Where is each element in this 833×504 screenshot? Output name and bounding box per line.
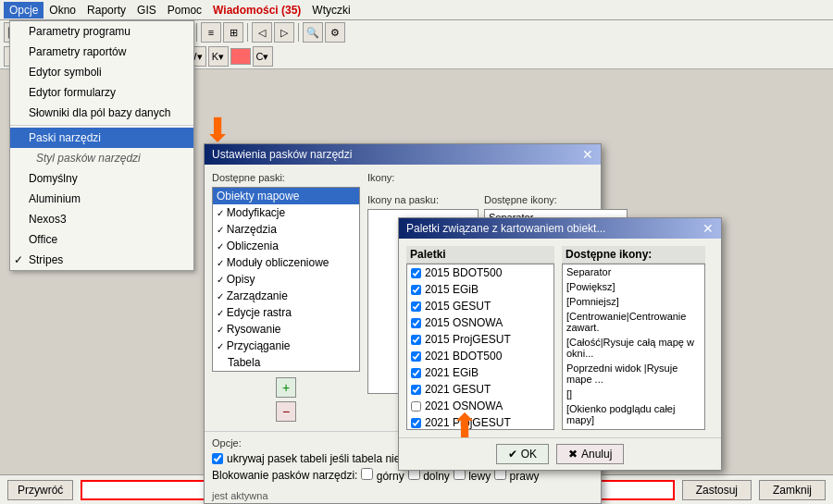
dropdown-parametry-programu[interactable]: Parametry programu xyxy=(10,21,193,42)
palette-col-header: Paletki xyxy=(406,246,554,264)
tb-table[interactable]: ⊞ xyxy=(223,22,243,43)
close-btn[interactable]: Zamknij xyxy=(759,480,826,500)
dropdown-domyslny[interactable]: Domyślny xyxy=(10,168,193,189)
dostepne-paski-panel: Dostępne paski: Obiekty mapowe Modyfikac… xyxy=(212,172,360,424)
toolbar-item-7[interactable]: Edycje rastra xyxy=(213,304,359,321)
palette-item-3[interactable]: 2015 OSNOWA xyxy=(407,314,553,331)
pal-avail-5[interactable]: Poprzedni widok |Rysuje mape ... xyxy=(563,361,704,387)
toolbar-item-4[interactable]: Moduły obliczeniowe xyxy=(213,254,359,271)
main-dialog-close[interactable]: ✕ xyxy=(582,147,593,162)
hide-table-checkbox[interactable] xyxy=(212,453,223,464)
tb-sep-3 xyxy=(196,23,197,42)
menubar: Opcje Okno Raporty GIS Pomoc Wiadomości … xyxy=(0,0,833,20)
tb-settings[interactable]: ⚙ xyxy=(325,22,345,43)
toolbar-item-5[interactable]: Opisy xyxy=(213,271,359,288)
pal-avail-2[interactable]: [Pomniejsz] xyxy=(563,294,704,309)
restore-btn[interactable]: Przywróć xyxy=(7,480,73,500)
blocking-label: Blokowanie pasków narzędzi: xyxy=(212,469,357,482)
cancel-x: ✖ xyxy=(568,448,578,461)
palette-footer: ✔ OK ✖ Anuluj xyxy=(399,437,721,470)
dostepne-ikony-label: Dostępne ikony: xyxy=(484,194,628,205)
pal-avail-4[interactable]: [Całość|Rysuje całą mapę w okni... xyxy=(563,335,704,361)
palette-list[interactable]: 2015 BDOT500 2015 EGiB 2015 GESUT 2015 O… xyxy=(406,264,554,430)
palette-ok-btn[interactable]: ✔ OK xyxy=(496,444,549,464)
dropdown-edytor-symboli[interactable]: Edytor symboli xyxy=(10,62,193,82)
palette-inner: Paletki 2015 BDOT500 2015 EGiB 2015 GESU… xyxy=(399,239,721,437)
palette-cancel-btn[interactable]: ✖ Anuluj xyxy=(556,444,624,464)
dropdown-aluminium[interactable]: Aluminium xyxy=(10,189,193,209)
palette-item-7[interactable]: 2021 GESUT xyxy=(407,381,553,398)
tb-sep-4 xyxy=(247,23,248,42)
toolbar-item-2[interactable]: Narzędzia xyxy=(213,221,359,238)
palette-dialog-close[interactable]: ✕ xyxy=(702,221,714,236)
toolbar-item-6[interactable]: Zarządzanie xyxy=(213,288,359,304)
menu-gis[interactable]: GIS xyxy=(131,2,162,18)
main-dialog-title: Ustawienia pasków narzędzi ✕ xyxy=(205,144,601,165)
palette-col-label: Paletki xyxy=(410,248,446,261)
palette-item-1[interactable]: 2015 EGiB xyxy=(407,281,553,298)
hide-table-label: ukrywaj pasek tabeli jeśli tabela nie je xyxy=(227,452,412,465)
palette-item-4[interactable]: 2015 ProjGESUT xyxy=(407,331,553,348)
palette-item-0[interactable]: 2015 BDOT500 xyxy=(407,264,553,281)
dropdown-edytor-formularzy[interactable]: Edytor formularzy xyxy=(10,82,193,103)
tb-arrow-r[interactable]: ▷ xyxy=(274,22,294,43)
avail-icons-header-text: Dostępne ikony: xyxy=(566,248,652,261)
palette-item-6[interactable]: 2021 EGiB xyxy=(407,364,553,381)
pal-avail-3[interactable]: [Centrowanie|Centrowanie zawart. xyxy=(563,309,704,335)
pal-avail-8[interactable]: [Maska przestrzenial] xyxy=(563,427,704,430)
dropdown-opcje: Parametry programu Parametry raportów Ed… xyxy=(9,20,194,271)
pal-avail-7[interactable]: [Okienko podglądu całej mapy] xyxy=(563,401,704,427)
toolbar-item-1[interactable]: Modyfikacje xyxy=(213,204,359,221)
menu-okno[interactable]: Okno xyxy=(44,2,81,18)
apply-btn[interactable]: Zastosuj xyxy=(682,480,752,500)
dropdown-nexos3[interactable]: Nexos3 xyxy=(10,209,193,229)
palette-item-8[interactable]: 2021 OSNOWA xyxy=(407,398,553,414)
toolbar-item-3[interactable]: Obliczenia xyxy=(213,238,359,254)
menu-opcje[interactable]: Opcje xyxy=(4,2,44,18)
dropdown-slowniki[interactable]: Słowniki dla pól bazy danych xyxy=(10,103,193,123)
toolbar-item-0[interactable]: Obiekty mapowe xyxy=(213,188,359,204)
toolbar-item-8[interactable]: Rysowanie xyxy=(213,321,359,338)
tb2-5[interactable]: C▾ xyxy=(253,46,273,67)
tb2-color[interactable] xyxy=(230,48,251,65)
tb-sep-5 xyxy=(298,23,299,42)
tb2-4[interactable]: K▾ xyxy=(208,46,229,67)
toolbar-item-10[interactable]: Tabela xyxy=(213,354,359,371)
palette-item-2[interactable]: 2015 GESUT xyxy=(407,298,553,314)
menu-wiadomosci[interactable]: Wiadomości (35) xyxy=(207,2,306,18)
palette-title-text: Paletki związane z kartowaniem obiekt... xyxy=(406,222,605,235)
menu-pomoc[interactable]: Pomoc xyxy=(162,2,207,18)
ok-label: OK xyxy=(521,448,537,461)
remove-toolbar-btn[interactable]: − xyxy=(276,401,296,422)
palette-item-5[interactable]: 2021 BDOT500 xyxy=(407,348,553,364)
tb-arrow-l[interactable]: ◁ xyxy=(252,22,272,43)
add-toolbar-btn[interactable]: + xyxy=(276,377,296,398)
dropdown-paski-narzedzi[interactable]: Paski narzędzi xyxy=(10,128,193,148)
dropdown-stripes[interactable]: Stripes xyxy=(10,250,193,270)
dropdown-styl[interactable]: Styl pasków narzędzi xyxy=(10,148,193,168)
ok-checkmark: ✔ xyxy=(508,448,517,461)
dropdown-parametry-raportow[interactable]: Parametry raportów xyxy=(10,42,193,62)
pal-avail-6[interactable]: [] xyxy=(563,387,704,401)
pal-avail-0[interactable]: Separator xyxy=(563,264,704,279)
blocking-gorny-cb[interactable] xyxy=(361,468,373,480)
tb-zoom[interactable]: 🔍 xyxy=(303,22,323,43)
dropdown-office[interactable]: Office xyxy=(10,229,193,250)
dropdown-divider-1 xyxy=(10,125,193,126)
toolbar-item-9[interactable]: Przyciąganie xyxy=(213,338,359,354)
menu-raporty[interactable]: Raporty xyxy=(81,2,131,18)
toolbar-listbox[interactable]: Obiekty mapowe Modyfikacje Narzędzia Obl… xyxy=(212,187,360,372)
palette-available-icons[interactable]: Separator [Powiększ] [Pomniejsz] [Centro… xyxy=(562,264,705,430)
avail-icons-header: Dostępne ikony: xyxy=(562,246,705,264)
main-dialog-title-text: Ustawienia pasków narzędzi xyxy=(212,148,352,161)
palette-dialog-title: Paletki związane z kartowaniem obiekt...… xyxy=(399,218,721,239)
ikony-label: Ikony: xyxy=(367,172,628,183)
cancel-label: Anuluj xyxy=(581,448,612,461)
palette-list-section: Paletki 2015 BDOT500 2015 EGiB 2015 GESU… xyxy=(406,246,554,430)
pal-avail-1[interactable]: [Powiększ] xyxy=(563,279,704,294)
tb-list[interactable]: ≡ xyxy=(201,22,221,43)
arrow-up-indicator: ⬆ xyxy=(451,407,479,446)
palette-item-9[interactable]: 2021 ProjGESUT xyxy=(407,414,553,430)
menu-wtyczki[interactable]: Wtyczki xyxy=(306,2,355,18)
toolbar-item-11[interactable]: Usługi sieciowe xyxy=(213,371,359,372)
